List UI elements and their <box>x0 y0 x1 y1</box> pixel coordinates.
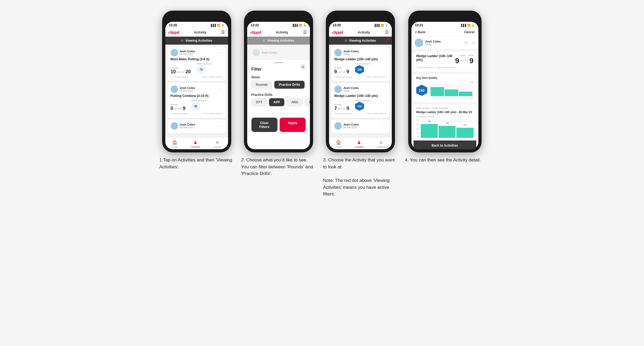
viewing-bar-1[interactable]: ⚙ Viewing Activities <box>165 37 228 45</box>
back-btn-4[interactable]: < Back <box>415 30 426 34</box>
back-to-activities-btn-4[interactable]: Back to Activities <box>414 140 476 149</box>
data-capture-1-1: Data: Clippd Capture <box>203 76 223 79</box>
menu-icon-2[interactable]: ☰ <box>303 30 307 35</box>
session-title-4: Wedge Ladder (100–140 yds) - 06 Mar 23 <box>416 110 474 114</box>
app-btn-2[interactable]: APP <box>269 98 285 106</box>
apply-btn-2[interactable]: Apply <box>280 118 306 132</box>
status-time-3: 13:20 <box>333 23 341 27</box>
score-value-1-2: 0 <box>171 106 173 111</box>
wifi-icon-2: 📶 <box>299 24 302 27</box>
more-dots-3-3[interactable]: ··· <box>382 124 386 128</box>
menu-icon-3[interactable]: ☰ <box>385 30 389 35</box>
clear-filters-btn-2[interactable]: Clear Filters <box>251 118 277 132</box>
caption-1: 1.Tap on Activities and then 'Viewing Ac… <box>159 157 234 170</box>
detail-user-date-4: Today <box>425 43 462 46</box>
ott-btn-2[interactable]: OTT <box>251 98 267 106</box>
phone-2-screen: 13:21 ▐▐▐ 📶 🔋 clippd Activity ☰ <box>247 22 310 149</box>
more-dots-1-1[interactable]: ··· <box>218 50 223 55</box>
avatar-4 <box>415 39 423 47</box>
ghost-user-2: Josh Coles <box>252 49 277 56</box>
y-label-120: 120 <box>416 123 419 125</box>
bottom-nav-home-1[interactable]: 🏠 Home <box>172 140 178 148</box>
detail-score-4: 9 <box>455 57 459 65</box>
wifi-icon-4: 📶 <box>467 24 470 27</box>
caption-4: 4. You can then see the Activity detail. <box>405 157 485 164</box>
bottom-nav-3: 🏠 Home ♟ Activities ⊕ Capture <box>329 138 392 149</box>
home-icon-1: 🏠 <box>172 140 178 145</box>
viewing-bar-3[interactable]: ⚙ Viewing Activities <box>329 37 392 45</box>
shot-quality-hex-1-1: 75 <box>197 65 206 74</box>
expand-icon-4[interactable]: ⤢ <box>472 41 475 45</box>
logo-3: clippd <box>332 30 343 35</box>
bottom-nav-capture-1[interactable]: ⊕ Capture <box>213 140 221 148</box>
wifi-icon-3: 📶 <box>381 24 384 27</box>
signal-icon-3: ▐▐▐ <box>374 24 379 27</box>
logo-2: clippd <box>250 30 261 35</box>
more-dots-1-3[interactable]: ··· <box>218 124 223 128</box>
card-title-3-2: Wedge Ladder (100–140 yds) <box>334 94 386 98</box>
activity-card-1-2[interactable]: Josh Coles 28 Feb 2023 ··· Putting Combi… <box>167 83 226 118</box>
capture-label-1: Capture <box>213 146 221 148</box>
phone-3-frame: 13:20 ▐▐▐ 📶 🔋 clippd Activity ☰ <box>326 11 395 152</box>
filter-close-btn-2[interactable]: ✕ <box>300 64 306 70</box>
user-name-1-2: Josh Coles <box>180 86 195 89</box>
activity-card-1-1[interactable]: Josh Coles 28 Feb 2023 ··· Must Make Put… <box>167 46 226 81</box>
phone-2-frame: 13:21 ▐▐▐ 📶 🔋 clippd Activity ☰ <box>244 11 313 152</box>
bottom-nav-activities-1[interactable]: ♟ Activities <box>191 140 200 148</box>
card-footer-1-1: ⓘ Test Information Data: Clippd Capture <box>171 76 223 79</box>
more-dots-3-1[interactable]: ··· <box>382 50 386 55</box>
ghost-avatar-2 <box>252 49 260 56</box>
arg-btn-2[interactable]: ARG <box>287 98 303 106</box>
user-name-3-1: Josh Coles <box>343 50 359 53</box>
cancel-btn-4[interactable]: Cancel <box>464 30 474 34</box>
activity-card-1-3[interactable]: Josh Coles 28 Feb 2023 ··· <box>167 119 226 133</box>
user-name-3-3: Josh Coles <box>343 123 359 126</box>
putt-btn-2[interactable]: PUTT <box>305 98 310 106</box>
filter-action-row-2: Clear Filters Apply <box>247 113 310 136</box>
activity-list-1[interactable]: Josh Coles 28 Feb 2023 ··· Must Make Put… <box>165 45 228 138</box>
avatar-1-2 <box>171 86 178 93</box>
chart-bar-4-1 <box>431 87 444 96</box>
activity-card-3-1[interactable]: Josh Coles Today ··· Wedge Ladder (100–1… <box>331 46 390 81</box>
practice-drills-btn-2[interactable]: Practice Drills <box>274 81 305 89</box>
bottom-nav-activities-3[interactable]: ♟ Activities <box>355 140 364 148</box>
out-of-3-1: OUT OF <box>338 71 346 73</box>
rounds-btn-2[interactable]: Rounds <box>251 81 272 89</box>
menu-icon-1[interactable]: ☰ <box>221 30 225 35</box>
detail-out-of-4: 9 <box>469 57 474 65</box>
user-info-1-3: Josh Coles 28 Feb 2023 <box>171 122 195 130</box>
nav-title-1: Activity <box>179 30 221 34</box>
status-bar-2: 13:21 ▐▐▐ 📶 🔋 <box>247 22 310 28</box>
phone-1-screen: 13:20 ▐▐▐ 📶 🔋 clippd Activity ☰ <box>165 22 228 149</box>
detail-session-card-4: Player Activity — Practice Session Wedge… <box>414 104 476 149</box>
edit-icon-4[interactable]: ✏ <box>465 41 468 45</box>
phone-2-column: 13:21 ▐▐▐ 📶 🔋 clippd Activity ☰ <box>241 11 316 177</box>
bottom-nav-capture-3[interactable]: ⊕ Capture <box>377 140 385 148</box>
card-title-3-1: Wedge Ladder (100–140 yds) <box>334 57 386 61</box>
filter-drills-label-2: Practice Drills <box>247 90 310 98</box>
activity-list-3[interactable]: Josh Coles Today ··· Wedge Ladder (100–1… <box>329 45 392 138</box>
viewing-bar-2[interactable]: ⚙ Viewing Activities <box>247 37 310 45</box>
caption-3b: Note: The red dot above 'Viewing Activit… <box>323 177 398 198</box>
signal-icon-1: ▐▐▐ <box>210 24 216 27</box>
detail-content-4[interactable]: Wedge Ladder (100–140 yds) Score Shots 9… <box>411 49 478 149</box>
activities-label-3: Activities <box>355 146 364 148</box>
out-of-val-3-1: 9 <box>347 69 349 74</box>
detail-user-row-4: Josh Coles Today ✏ ⤢ <box>411 36 478 49</box>
phone-4-frame: 13:21 ▐▐▐ 📶 🔋 < Back Cancel <box>408 11 482 152</box>
user-date-3-1: Today <box>343 53 359 55</box>
user-name-1-1: Josh Coles <box>180 50 195 53</box>
phone-1-frame: 13:20 ▐▐▐ 📶 🔋 clippd Activity ☰ <box>162 11 231 152</box>
more-dots-3-2[interactable]: ··· <box>382 87 386 91</box>
bottom-nav-home-3[interactable]: 🏠 Home <box>335 140 342 148</box>
card-stats-1-1: Score 10 OUT OF 20 Shot Quality <box>171 63 223 74</box>
card-stats-1-2: Score 0 OUT OF 9 Shot Quality 45 <box>171 99 223 111</box>
score-value-3-1: 9 <box>334 69 337 74</box>
card-title-1-1: Must Make Putting (3-6 ft) <box>171 57 223 61</box>
activity-card-3-2[interactable]: Josh Coles Today ··· Wedge Ladder (100–1… <box>331 83 390 118</box>
activity-card-3-3[interactable]: Josh Coles 28 Feb 2023 ··· <box>331 119 390 133</box>
more-dots-1-2[interactable]: ··· <box>218 87 223 91</box>
phone-4-notch <box>433 14 457 21</box>
phone-4-screen: 13:21 ▐▐▐ 📶 🔋 < Back Cancel <box>411 22 478 149</box>
phone-3-screen: 13:20 ▐▐▐ 📶 🔋 clippd Activity ☰ <box>329 22 392 149</box>
